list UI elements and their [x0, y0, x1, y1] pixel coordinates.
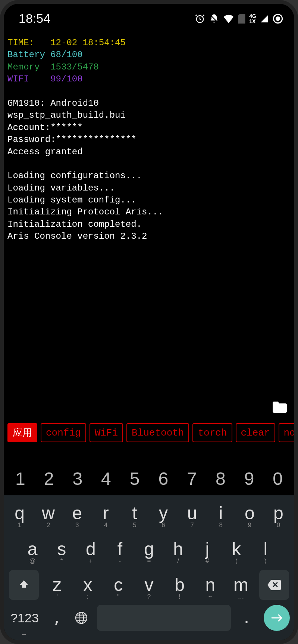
key-f[interactable]: f-	[107, 531, 133, 567]
sim-icon	[238, 14, 245, 24]
key-d[interactable]: d+	[78, 531, 104, 567]
cmd-wifi-button[interactable]: WiFi	[90, 423, 123, 442]
key-w[interactable]: w2	[34, 495, 63, 531]
cmd-bluetooth-button[interactable]: Bluetooth	[126, 423, 189, 442]
space-row: ?123 , .	[4, 603, 294, 633]
home-row: a@s*d+f-g=h/j#k(l)	[4, 531, 294, 567]
key-i[interactable]: i8	[207, 495, 235, 531]
key-a[interactable]: a@	[19, 531, 46, 567]
term-line: Access granted	[7, 146, 291, 158]
key-9[interactable]: 9	[235, 465, 264, 492]
key-l[interactable]: l)	[252, 531, 279, 567]
cmd-config-button[interactable]: config	[41, 423, 86, 442]
key-4[interactable]: 4	[92, 465, 120, 492]
term-line: Initialization completed.	[7, 219, 291, 230]
target-icon	[273, 13, 283, 24]
term-memory-row: Memory1533/5478	[7, 61, 291, 73]
number-row: 1 2 3 4 5 6 7 8 9 0	[4, 460, 294, 495]
key-b[interactable]: b!	[164, 567, 195, 603]
cmd-torch-button[interactable]: torch	[192, 423, 232, 442]
key-g[interactable]: g=	[136, 531, 162, 567]
key-k[interactable]: k(	[223, 531, 250, 567]
key-u[interactable]: u7	[178, 495, 207, 531]
screen: 18:54 4G 1X	[4, 4, 294, 640]
key-3[interactable]: 3	[63, 465, 92, 492]
key-c[interactable]: c"	[103, 567, 134, 603]
language-key[interactable]	[70, 611, 92, 625]
term-battery-row: Battery68/100	[7, 49, 291, 61]
term-line: Aris Console version 2.3.2	[7, 230, 291, 242]
term-wifi-row: WIFI99/100	[7, 73, 291, 85]
key-5[interactable]: 5	[120, 465, 149, 492]
key-n[interactable]: n~	[195, 567, 226, 603]
key-o[interactable]: o9	[235, 495, 264, 531]
key-m[interactable]: m…	[226, 567, 256, 603]
key-x[interactable]: x:	[72, 567, 103, 603]
bottom-letter-row: — z'x:c"v?b!n~m…	[4, 567, 294, 603]
network-4g-icon: 4G 1X	[249, 13, 256, 24]
comma-key[interactable]: ,	[46, 609, 68, 626]
term-line: Initializing Protocol Aris...	[7, 206, 291, 218]
phone-frame: 18:54 4G 1X	[0, 0, 298, 644]
key-t[interactable]: t5	[120, 495, 149, 531]
keyboard: 1 2 3 4 5 6 7 8 9 0 q1w2e3r4t5y6u7i8o9p0…	[4, 460, 294, 640]
signal-icon	[260, 14, 269, 23]
term-line: wsp_stp_auth_build.bui	[7, 109, 291, 121]
status-icons: 4G 1X	[195, 13, 283, 24]
cmd-apps-button[interactable]: 应用	[7, 423, 37, 442]
svg-point-3	[276, 17, 279, 20]
key-7[interactable]: 7	[178, 465, 206, 492]
cmd-clear-button[interactable]: clear	[236, 423, 275, 442]
period-key[interactable]: .	[235, 609, 258, 626]
key-0[interactable]: 0	[263, 465, 292, 492]
key-y[interactable]: y6	[149, 495, 178, 531]
term-line: GM1910: Android10	[7, 97, 291, 109]
key-2[interactable]: 2	[35, 465, 63, 492]
key-s[interactable]: s*	[48, 531, 75, 567]
term-time-row: TIME:12-02 18:54:45	[7, 37, 291, 49]
term-line: Password:***************	[7, 134, 291, 146]
key-h[interactable]: h/	[165, 531, 191, 567]
symbols-key[interactable]: ?123	[6, 611, 43, 625]
key-j[interactable]: j#	[194, 531, 220, 567]
term-line: Account:******	[7, 122, 291, 134]
enter-key[interactable]	[264, 605, 290, 631]
status-time: 18:54	[19, 11, 50, 26]
key-r[interactable]: r4	[91, 495, 120, 531]
key-v[interactable]: v?	[134, 567, 164, 603]
key-1[interactable]: 1	[6, 465, 35, 492]
term-line: Loading configurations...	[7, 170, 291, 182]
key-8[interactable]: 8	[206, 465, 235, 492]
spacebar-key[interactable]	[97, 605, 231, 631]
cmd-note-button[interactable]: note	[279, 423, 294, 442]
backspace-key[interactable]	[259, 570, 289, 600]
shift-key[interactable]: —	[9, 570, 39, 600]
key-p[interactable]: p0	[264, 495, 293, 531]
key-q[interactable]: q1	[5, 495, 34, 531]
alarm-icon	[195, 13, 205, 24]
key-e[interactable]: e3	[63, 495, 91, 531]
key-z[interactable]: z'	[42, 567, 72, 603]
key-6[interactable]: 6	[149, 465, 178, 492]
mute-icon	[209, 13, 219, 24]
term-line: Loading variables...	[7, 182, 291, 194]
quick-commands-bar[interactable]: 应用 config WiFi Bluetooth torch clear not…	[4, 420, 294, 445]
folder-icon[interactable]	[273, 402, 287, 413]
status-bar: 18:54 4G 1X	[4, 4, 294, 30]
qwerty-row: q1w2e3r4t5y6u7i8o9p0	[4, 495, 294, 531]
wifi-icon	[223, 14, 234, 23]
term-line: Loading system config...	[7, 194, 291, 206]
terminal-area: TIME:12-02 18:54:45 Battery68/100 Memory…	[4, 30, 294, 420]
